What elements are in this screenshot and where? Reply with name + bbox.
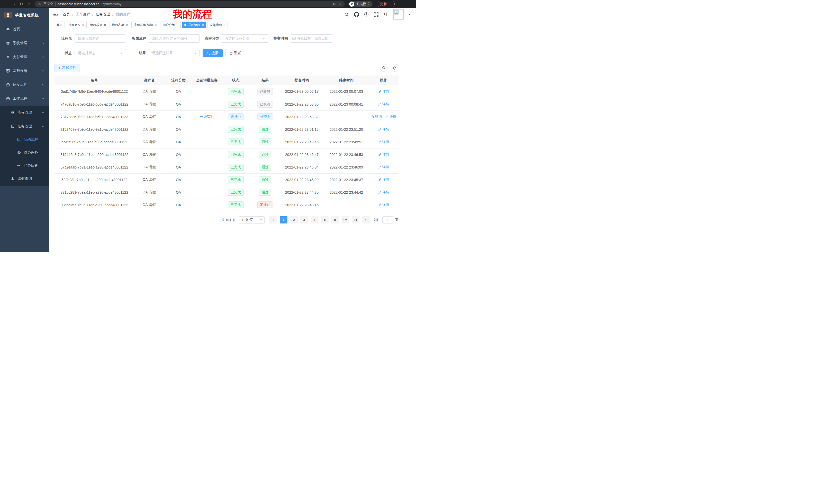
avatar-caret-icon[interactable]: ▾ (409, 12, 410, 16)
search-button[interactable]: 搜索 (203, 49, 223, 57)
action-详情[interactable]: 详情 (378, 165, 389, 169)
cell-status: 已完成 (221, 173, 251, 186)
tab-我的流程[interactable]: 我的流程× (182, 22, 206, 28)
address-bar[interactable]: 不安全 dashboard.yudao.iocoder.cn/bpm/task/… (35, 1, 345, 7)
logo-image (4, 12, 12, 18)
process-name-input[interactable] (75, 34, 126, 43)
submit-time-range-picker[interactable]: 开始日期 - 结束日期 (290, 34, 333, 43)
page-ellipsis[interactable]: ••• (341, 216, 349, 223)
home-icon[interactable]: ⌂ (26, 0, 32, 8)
reload-icon[interactable]: ↻ (18, 0, 25, 8)
tab-流程表单-编辑[interactable]: 流程表单-编辑× (131, 22, 159, 28)
table-search-toggle-icon[interactable] (380, 64, 388, 72)
create-process-button[interactable]: + 发起流程 (54, 64, 80, 72)
back-icon[interactable]: ← (3, 0, 9, 8)
browser-menu-icon[interactable]: ⋮ (389, 2, 392, 6)
tab-流程定义[interactable]: 流程定义× (66, 22, 87, 28)
search-icon[interactable] (344, 12, 349, 17)
page-button-2[interactable]: 2 (290, 216, 298, 223)
status-select[interactable]: 请选择状态 (75, 49, 126, 57)
sidebar-item-系统管理[interactable]: 系统管理 (0, 36, 49, 50)
forward-icon[interactable]: → (10, 0, 17, 8)
tab-close-icon[interactable]: × (82, 23, 84, 27)
sidebar-item-工作流程[interactable]: 工作流程 (0, 92, 49, 106)
sidebar-item-我的流程[interactable]: 我的流程 (0, 133, 49, 146)
avatar[interactable] (393, 9, 404, 20)
status-badge: 已完成 (228, 201, 244, 208)
reset-button[interactable]: 重置 (225, 49, 245, 57)
tab-close-icon[interactable]: × (155, 23, 157, 27)
action-详情[interactable]: 详情 (378, 139, 389, 144)
action-详情[interactable]: 详情 (378, 202, 389, 207)
sidebar-item-首页[interactable]: 首页 (0, 22, 49, 36)
next-page-button[interactable]: › (362, 216, 370, 223)
sidebar-item-流程管理[interactable]: 流程管理 (0, 106, 49, 119)
help-icon[interactable]: ? (364, 12, 369, 17)
breadcrumb-item[interactable]: 首页 (63, 12, 70, 17)
robot-icon (17, 137, 21, 142)
eye-icon (17, 150, 21, 155)
cell-submit-time: 2022-01-22 23:43:16 (280, 199, 324, 211)
sidebar-item-基础设施[interactable]: 基础设施 (0, 64, 49, 78)
page-button-11[interactable]: 11 (352, 216, 359, 223)
prev-page-button[interactable]: ‹ (269, 216, 277, 223)
app-logo[interactable]: 芋道管理系统 (0, 8, 49, 22)
page-button-6[interactable]: 6 (331, 216, 339, 223)
bookmark-star-icon[interactable]: ☆ (338, 2, 342, 6)
github-icon[interactable] (354, 12, 359, 17)
result-select[interactable]: 请选择流结果 (148, 49, 200, 57)
tab-close-icon[interactable]: × (126, 23, 128, 27)
page-content: 流程名 所属流程 流程分类 请选择流程分类 提交时间 开始日期 - 结束日期 (49, 29, 416, 252)
sidebar-item-已办任务[interactable]: 已办任务 (0, 159, 49, 172)
cell-actions: 详情 (369, 136, 398, 148)
key-icon[interactable] (333, 2, 336, 6)
hamburger-icon[interactable] (53, 11, 59, 17)
goto-page-input[interactable] (382, 216, 393, 223)
category-select[interactable]: 请选择流程分类 (221, 34, 268, 43)
tab-close-icon[interactable]: × (202, 23, 204, 27)
page-button-3[interactable]: 3 (300, 216, 308, 223)
sidebar-item-请假查询[interactable]: 请假查询 (0, 172, 49, 186)
action-详情[interactable]: 详情 (378, 177, 389, 182)
action-取消[interactable]: 取消 (371, 114, 382, 119)
tab-close-icon[interactable]: × (176, 23, 178, 27)
sidebar-item-任务管理[interactable]: 任务管理 (0, 119, 49, 133)
tab-close-icon[interactable]: × (104, 23, 106, 27)
action-详情[interactable]: 详情 (378, 89, 389, 94)
tab-首页[interactable]: 首页 (54, 22, 65, 28)
process-definition-input[interactable] (148, 34, 200, 43)
font-size-icon[interactable]: TT (384, 12, 388, 17)
tab-流程表单[interactable]: 流程表单× (109, 22, 130, 28)
breadcrumb-separator: / (72, 12, 73, 17)
chevron-down-icon (120, 52, 123, 55)
sidebar-item-待办任务[interactable]: 待办任务 (0, 146, 49, 159)
tab-close-icon[interactable]: × (224, 23, 226, 27)
table-refresh-icon[interactable] (391, 64, 398, 72)
page-button-4[interactable]: 4 (311, 216, 318, 223)
tab-发起流程[interactable]: 发起流程× (207, 22, 228, 28)
action-详情[interactable]: 详情 (385, 114, 396, 119)
tab-用户分组[interactable]: 用户分组× (160, 22, 181, 28)
tag-tabs: 首页流程定义×流程模型×流程表单×流程表单-编辑×用户分组×我的流程×发起流程× (49, 21, 416, 29)
breadcrumb-item[interactable]: 工作流程 (76, 12, 90, 17)
action-详情[interactable]: 详情 (378, 152, 389, 157)
sidebar-item-研发工具[interactable]: 研发工具 (0, 78, 49, 92)
chevron-down-icon (260, 218, 262, 221)
page-button-5[interactable]: 5 (321, 216, 329, 223)
page-button-1[interactable]: 1 (280, 216, 287, 223)
fullscreen-icon[interactable] (374, 12, 379, 17)
page-size-select[interactable]: 10条/页 (239, 216, 265, 223)
browser-update-button[interactable]: 更新 ⋮ (377, 1, 395, 7)
cell-category: OA (164, 173, 193, 186)
cell-id: 3ad174fb-7b9d-11ec-8404-acde48001122 (54, 85, 134, 98)
task-link[interactable]: 一级审批 (200, 115, 214, 119)
chevron-down-icon (42, 83, 45, 86)
action-详情[interactable]: 详情 (378, 190, 389, 194)
tab-流程模型[interactable]: 流程模型× (88, 22, 108, 28)
sidebar-item-支付管理[interactable]: ¥支付管理 (0, 50, 49, 64)
action-详情[interactable]: 详情 (378, 102, 389, 106)
cell-name: OA 请假 (134, 123, 164, 136)
cell-category: OA (164, 199, 193, 211)
breadcrumb-item[interactable]: 任务管理 (96, 12, 110, 17)
action-详情[interactable]: 详情 (378, 127, 389, 132)
